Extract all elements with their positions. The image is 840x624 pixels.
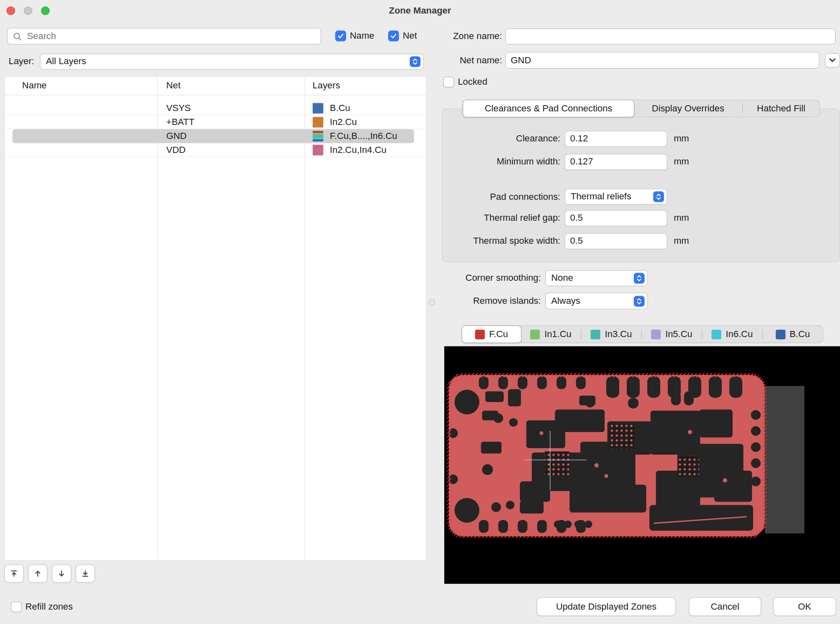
layer-tab-fcu[interactable]: F.Cu — [462, 326, 522, 343]
update-displayed-zones-button[interactable]: Update Displayed Zones — [537, 597, 676, 616]
zone-name-label: Zone name: — [421, 31, 502, 42]
up-down-chevrons-icon — [634, 273, 644, 284]
checkbox-unchecked-icon — [443, 76, 454, 87]
layers-cell: B.Cu — [330, 101, 351, 115]
move-down-button[interactable] — [52, 564, 71, 582]
layer-tab-label: In5.Cu — [665, 329, 692, 340]
clearance-label: Clearance: — [448, 134, 560, 144]
up-down-chevrons-icon — [653, 192, 664, 202]
pad-connections-value: Thermal reliefs — [570, 192, 631, 202]
name-filter-checkbox[interactable]: Name — [335, 30, 374, 41]
remove-islands-select[interactable]: Always — [545, 293, 648, 309]
refill-zones-checkbox[interactable]: Refill zones — [11, 601, 73, 612]
layer-tab-label: B.Cu — [789, 329, 810, 340]
name-filter-label: Name — [350, 30, 374, 41]
layer-color-swatch — [313, 117, 323, 127]
clearance-unit: mm — [674, 134, 689, 144]
move-up-button[interactable] — [28, 564, 47, 582]
net-filter-checkbox[interactable]: Net — [388, 30, 417, 41]
net-name-dropdown-button[interactable] — [825, 53, 840, 67]
move-up-icon — [33, 569, 42, 578]
column-header-layers[interactable]: Layers — [313, 76, 340, 95]
layer-filter-label: Layer: — [9, 56, 34, 67]
move-to-top-button[interactable] — [5, 564, 24, 582]
title-bar: Zone Manager — [0, 0, 840, 21]
column-header-net[interactable]: Net — [166, 76, 181, 95]
thermal-spoke-width-input[interactable] — [565, 233, 667, 249]
tab-hatched-fill[interactable]: Hatched Fill — [743, 100, 820, 117]
column-header-name[interactable]: Name — [22, 76, 47, 95]
layer-tab-in1cu[interactable]: In1.Cu — [521, 326, 581, 342]
cancel-button[interactable]: Cancel — [689, 597, 761, 616]
locked-checkbox[interactable]: Locked — [443, 76, 487, 87]
move-to-bottom-icon — [81, 569, 90, 578]
corner-smoothing-value: None — [551, 273, 573, 284]
splitter-handle[interactable] — [429, 299, 435, 306]
thermal-relief-gap-label: Thermal relief gap: — [448, 213, 560, 224]
pcb-preview-image — [444, 346, 840, 584]
pad-connections-label: Pad connections: — [448, 192, 560, 203]
layer-tab-in5cu[interactable]: In5.Cu — [642, 326, 702, 342]
net-cell: VSYS — [166, 101, 191, 115]
layer-tab-in6cu[interactable]: In6.Cu — [702, 326, 762, 342]
locked-label: Locked — [458, 76, 487, 87]
move-down-icon — [57, 569, 66, 578]
preview-layer-tabbar: F.Cu In1.Cu In3.Cu In5.Cu In6.Cu B.Cu — [462, 326, 823, 343]
layer-tab-in3cu[interactable]: In3.Cu — [582, 326, 642, 342]
refill-zones-label: Refill zones — [25, 601, 73, 612]
thermal-spoke-width-label: Thermal spoke width: — [448, 236, 560, 247]
search-input[interactable] — [7, 28, 321, 44]
layer-color-swatch — [591, 329, 601, 339]
clearance-input[interactable] — [565, 131, 667, 147]
layer-color-swatch — [313, 145, 323, 155]
layer-tab-bcu[interactable]: B.Cu — [763, 326, 823, 342]
layer-color-swatch — [651, 329, 661, 339]
move-to-top-icon — [10, 569, 18, 578]
layer-color-swatch — [313, 131, 323, 141]
layer-tab-label: F.Cu — [489, 329, 508, 340]
zone-preview-canvas[interactable] — [444, 346, 840, 584]
table-row[interactable]: +BATT In2.Cu — [5, 115, 426, 129]
settings-tabbar: Clearances & Pad Connections Display Ove… — [463, 100, 820, 118]
move-to-bottom-button[interactable] — [76, 564, 95, 582]
corner-smoothing-select[interactable]: None — [545, 270, 648, 286]
table-row[interactable]: VDD In2.Cu,In4.Cu — [5, 143, 426, 157]
layer-tab-label: In1.Cu — [545, 329, 572, 340]
minimum-width-unit: mm — [674, 157, 689, 167]
layer-tab-label: In6.Cu — [726, 329, 753, 340]
net-name-input[interactable] — [505, 52, 820, 68]
zone-manager-window: Zone Manager Name Net Layer: All Layers — [0, 0, 840, 624]
remove-islands-label: Remove islands: — [427, 296, 541, 307]
tab-clearances-pad-connections[interactable]: Clearances & Pad Connections — [463, 100, 635, 118]
net-cell: VDD — [166, 143, 186, 157]
minimum-width-label: Minimum width: — [448, 157, 560, 167]
zones-table: Name Net Layers VSYS B.Cu +BATT In2.Cu G… — [5, 76, 427, 561]
window-title: Zone Manager — [0, 5, 840, 16]
layer-filter-value: All Layers — [46, 56, 86, 67]
tab-display-overrides[interactable]: Display Overrides — [634, 100, 742, 117]
minimum-width-input[interactable] — [565, 154, 667, 170]
up-down-chevrons-icon — [634, 296, 644, 306]
table-row-selected[interactable]: GND F.Cu,B....,In6.Cu — [5, 129, 426, 143]
search-icon — [12, 32, 22, 41]
layer-color-swatch — [531, 329, 540, 339]
ok-button[interactable]: OK — [773, 597, 836, 616]
chevron-down-icon — [828, 58, 836, 63]
pad-connections-select[interactable]: Thermal reliefs — [565, 189, 667, 205]
thermal-relief-gap-input[interactable] — [565, 210, 667, 226]
layer-filter-select[interactable]: All Layers — [40, 53, 424, 69]
up-down-chevrons-icon — [410, 56, 420, 67]
net-filter-label: Net — [403, 30, 417, 41]
layer-color-swatch — [313, 103, 323, 113]
checkbox-checked-icon — [388, 30, 399, 41]
remove-islands-value: Always — [551, 296, 580, 306]
layer-tab-label: In3.Cu — [605, 329, 632, 340]
layer-color-swatch — [475, 329, 485, 339]
table-row[interactable]: VSYS B.Cu — [5, 101, 426, 115]
header-divider — [5, 95, 426, 95]
layers-cell: In2.Cu — [330, 115, 357, 129]
checkbox-checked-icon — [335, 30, 346, 41]
net-cell: +BATT — [166, 115, 194, 129]
layer-color-swatch — [775, 329, 785, 339]
zone-name-input[interactable] — [505, 28, 836, 44]
